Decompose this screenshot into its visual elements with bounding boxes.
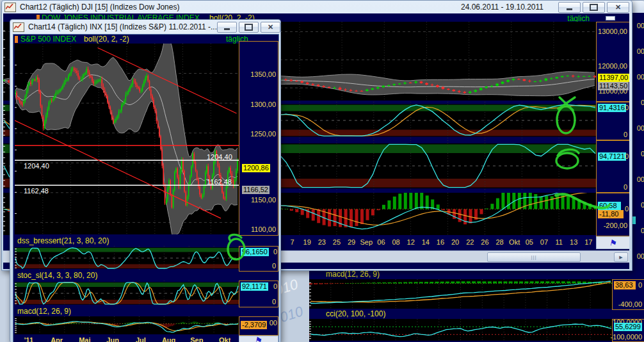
minimize-button[interactable] [217,22,237,33]
tick-label: Sep [183,336,211,342]
macd-value-box: 60,58 [598,202,621,210]
axis-label: 0 [625,205,629,213]
bg-macd-chart[interactable] [309,279,612,309]
chart14-xaxis: '11AprMaiJunJulAugSepOkt [15,336,239,342]
minimize-icon [567,8,572,10]
chart14-stoc-chart[interactable] [15,281,239,306]
axis-label: 0 [273,248,277,256]
axis-label: -100,0000 [610,333,642,341]
price-line-label: 1162,48 [24,187,49,195]
axis-label: 00 [270,319,277,327]
chart14-main-chart[interactable] [15,44,239,234]
chart14-dss-axis: 96,1650 0 0 [239,246,278,272]
minimize-icon [224,28,230,30]
window-date-range: 24.06.2011 - 19.10.2011 [461,3,543,12]
scrollbar-right-arrow[interactable]: ▶ [614,252,628,262]
bg-cci-chart[interactable] [309,319,612,341]
tick-label: 07 [536,238,551,246]
chart14-titlebar[interactable]: Chart14 (Täglich) INX [15] (Indizes S&P)… [10,20,280,34]
bg-macd-axis: 0 38,63 -400,00 [612,279,644,310]
tick-label: 00 [632,115,644,141]
macd-signal-box: -11,80 [598,210,624,218]
restore-button[interactable] [239,22,259,33]
axis-label: 0 [624,131,627,138]
tick-label: Mai [71,336,99,342]
restore-icon [590,4,598,11]
minimize-button[interactable] [558,2,581,13]
arrow-right-icon: ▶ [619,255,622,260]
chart14-macd-label: macd(12, 26, 9) [17,307,71,316]
close-button[interactable]: ✕ [261,22,280,33]
chart14-stoc-label: stoc_sl(14, 3, 3, 80, 20) [17,271,97,280]
tick-label: 12 [403,238,418,246]
axis-label: -200,00 [604,222,627,229]
axis-label: 13000,00 [598,28,627,35]
tick-label: 13 [567,238,581,246]
axis-label: 1350,00 [250,70,276,78]
axis-label: 0 [625,152,629,160]
tick-label: 00 [632,167,644,192]
chart14-main-axis: 1350,00 1300,00 1250,00 1150,00 1100,00 … [239,41,278,236]
tick-label: 00 [632,243,644,269]
tick-label: Apr [43,336,71,342]
restore-fragment [606,16,615,20]
scrollbar-thumb[interactable]: ||| [487,252,581,262]
axis-label: 1150,00 [251,196,276,204]
tick-label: 08 [389,238,403,246]
chart14-window[interactable]: Chart14 (Täglich) INX [15] (Indizes S&P)… [10,19,281,342]
tick-label: 05 [522,238,536,246]
dss-value-box: 91,4316 [598,104,626,112]
chart12-dss-axis: 91,4316 0 0 [596,102,629,140]
tick-label: 25 [329,238,344,246]
prev-price-box: 11143,50 [598,82,629,90]
tick-label: Aug [155,336,183,342]
background-window-right-axis: 0000000000000000 [631,13,644,269]
application-screen: 0000000000000000 010 2010 macd(12, 26, 9… [0,0,644,342]
chart14-dss-chart[interactable] [15,246,239,270]
chart12-main-axis: 13000,00 12000,00 11000,00 11397,00 1114… [596,22,629,102]
chart14-stoc-axis: 92,1171 0 0 [239,281,278,307]
macd-value-box: -2,3709 [241,321,267,329]
tick-label: 22 [463,238,478,246]
tick-label: 26 [478,238,492,246]
axis-label: 1100,00 [251,225,276,233]
price-line-label: 1204,40 [24,162,49,170]
chart14-instrument: S&P 500 INDEX [20,35,76,44]
last-price-box: 11397,00 [598,74,629,82]
chart12-flag-corner: ⚑ [596,236,629,249]
restore-button[interactable] [583,2,605,13]
tick-label: 0 [632,141,644,167]
tick-label: Jul [127,336,155,342]
chart12-titlebar[interactable]: Chart12 (Täglich) DJI [15] (Indizes Dow … [2,1,632,13]
tick-label: 16 [433,238,447,246]
axis-label: 1250,00 [250,130,276,138]
tick-label: 0 [632,192,644,218]
axis-label: 0 [273,282,277,290]
chart14-macd-chart[interactable] [15,316,239,334]
tick-label: 29 [344,238,359,246]
bg-cci-label: cci(20, 100, -100) [326,309,385,318]
restore-icon [245,24,253,31]
close-button[interactable]: ✕ [607,2,629,13]
last-price-box: 1200,86 [242,164,270,172]
tick-label: Okt [211,336,239,342]
tick-label: '11 [15,336,43,342]
chart12-stoc-axis: 94,7121 0 0 [596,140,629,193]
prev-price-box: 1166,52 [242,186,270,194]
axis-zero-label: 0 [638,281,642,289]
tick-label: Jun [99,336,127,342]
chart14-flag-corner: ⚑ [239,336,278,342]
stoc-value-box: 94,7121 [598,152,626,161]
mdi-background-watermark: 010 2010 [277,265,309,342]
chart12-xaxis: 719232529Sep060812141620222628Okt0507111… [285,236,596,248]
macd-value-box: 38,63 [614,281,636,289]
close-icon: ✕ [268,24,273,31]
chart-icon [4,3,16,12]
axis-label: 0 [625,104,629,111]
tick-label: 00 [632,64,644,90]
tick-label: 23 [314,238,329,246]
tick-label: 28 [492,238,507,246]
tick-label: 7 [285,238,300,246]
axis-label: 0 [272,262,276,270]
axis-label: 12000,00 [598,62,627,70]
